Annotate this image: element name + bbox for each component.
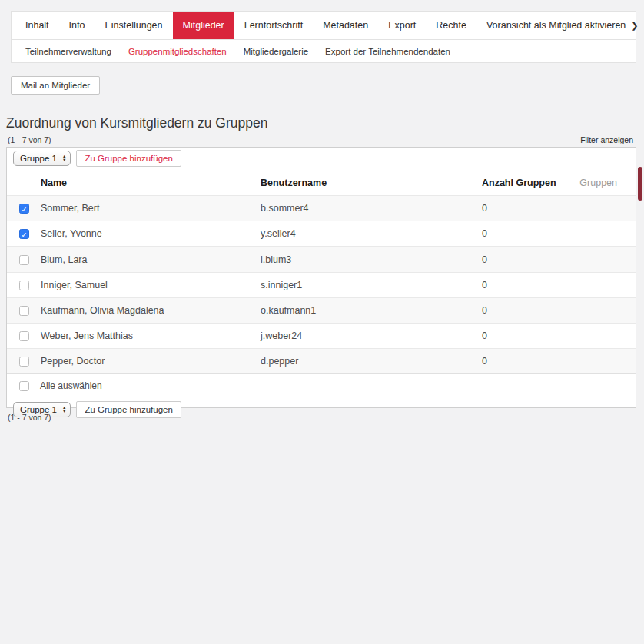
select-stepper-icon: ▲▼ [62, 154, 66, 162]
member-group-count: 0 [476, 297, 573, 323]
tab-mitglieder[interactable]: Mitglieder [173, 12, 234, 39]
scrollbar-thumb[interactable] [638, 167, 642, 201]
group-select[interactable]: Gruppe 1 ▲▼ [13, 151, 71, 166]
member-group-count: 0 [476, 324, 573, 349]
member-name: Blum, Lara [35, 247, 254, 272]
member-name: Pepper, Doctor [35, 349, 254, 374]
member-group-count: 0 [476, 272, 573, 297]
member-row: Pepper, Doctord.pepper0 [7, 349, 636, 374]
show-filter-link[interactable]: Filter anzeigen [580, 135, 633, 144]
subtab-gruppenmitgliedschaften[interactable]: Gruppenmitgliedschaften [120, 47, 235, 56]
secondary-tabbar: TeilnehmerverwaltungGruppenmitgliedschaf… [11, 40, 636, 63]
add-to-group-button-bottom[interactable]: Zu Gruppe hinzufügen [76, 401, 181, 418]
member-name: Inniger, Samuel [35, 272, 254, 297]
member-group-count: 0 [476, 196, 573, 221]
row-checkbox[interactable]: ✓ [19, 204, 29, 214]
chevron-right-icon: ❯ [631, 21, 638, 31]
select-all-checkbox[interactable] [19, 381, 29, 391]
row-checkbox[interactable] [19, 306, 29, 316]
result-range-bottom: (1 - 7 von 7) [8, 413, 51, 422]
member-username: b.sommer4 [254, 196, 476, 221]
add-to-group-button-top[interactable]: Zu Gruppe hinzufügen [76, 150, 181, 167]
subtab-teilnehmerverwaltung[interactable]: Teilnehmerverwaltung [12, 47, 120, 56]
member-username: d.pepper [254, 349, 476, 374]
tab-metadaten[interactable]: Metadaten [313, 12, 378, 39]
select-all-row: Alle auswählen [7, 373, 636, 397]
column-header-group-count[interactable]: Anzahl Gruppen [476, 170, 573, 196]
member-groups [573, 324, 636, 349]
member-username: s.inniger1 [254, 272, 476, 297]
bottom-controls: Gruppe 1 ▲▼ Zu Gruppe hinzufügen [7, 397, 636, 418]
member-username: l.blum3 [254, 247, 476, 272]
member-name: Sommer, Bert [35, 196, 254, 221]
member-row: Weber, Jens Matthiasj.weber240 [7, 324, 636, 349]
row-checkbox[interactable] [19, 331, 29, 341]
select-all-label: Alle auswählen [40, 380, 102, 391]
member-group-count: 0 [476, 349, 573, 374]
member-row: ✓Sommer, Bertb.sommer40 [7, 196, 636, 221]
column-header-groups: Gruppen [573, 170, 636, 196]
member-group-count: 0 [476, 247, 573, 272]
group-assignment-panel: Gruppe 1 ▲▼ Zu Gruppe hinzufügen Name Be… [6, 147, 636, 408]
page-title: Zuordnung von Kursmitgliedern zu Gruppen [6, 115, 267, 131]
tab-rechte[interactable]: Rechte [426, 12, 476, 39]
group-select-value: Gruppe 1 [20, 154, 57, 163]
member-name: Kaufmann, Olivia Magdalena [35, 297, 254, 323]
row-checkbox[interactable]: ✓ [19, 229, 29, 239]
table-header-row: Name Benutzername Anzahl Gruppen Gruppen [7, 170, 636, 196]
member-name: Seiler, Yvonne [35, 221, 254, 247]
member-groups [573, 221, 636, 247]
row-checkbox[interactable] [19, 255, 29, 265]
member-groups [573, 247, 636, 272]
result-range-top: (1 - 7 von 7) [8, 135, 51, 144]
subtab-export-der-teilnehmendendaten[interactable]: Export der Teilnehmendendaten [317, 47, 459, 56]
member-groups [573, 272, 636, 297]
member-groups [573, 297, 636, 323]
member-groups [573, 196, 636, 221]
member-username: j.weber24 [254, 324, 476, 349]
tab-einstellungen[interactable]: Einstellungen [95, 12, 172, 39]
member-group-count: 0 [476, 221, 573, 247]
member-row: Blum, Laral.blum30 [7, 247, 636, 272]
column-header-name[interactable]: Name [35, 170, 254, 196]
members-table: Name Benutzername Anzahl Gruppen Gruppen… [7, 170, 636, 373]
tab-inhalt[interactable]: Inhalt [12, 12, 59, 39]
member-name: Weber, Jens Matthias [35, 324, 254, 349]
member-username: o.kaufmann1 [254, 297, 476, 323]
subtab-mitgliedergalerie[interactable]: Mitgliedergalerie [235, 47, 317, 56]
top-controls: Gruppe 1 ▲▼ Zu Gruppe hinzufügen [7, 148, 636, 170]
header-checkbox-spacer [7, 170, 35, 196]
row-checkbox[interactable] [19, 281, 29, 290]
row-checkbox[interactable] [19, 357, 29, 367]
tab-voransicht-als-mitglied-aktivieren[interactable]: Voransicht als Mitglied aktivieren❯ [476, 12, 644, 39]
member-username: y.seiler4 [254, 221, 476, 247]
member-row: Inniger, Samuels.inniger10 [7, 272, 636, 297]
member-groups [573, 349, 636, 374]
tab-lernfortschritt[interactable]: Lernfortschritt [234, 12, 313, 39]
column-header-username[interactable]: Benutzername [254, 170, 476, 196]
member-row: ✓Seiler, Yvonney.seiler40 [7, 221, 636, 247]
mail-to-members-button[interactable]: Mail an Mitglieder [11, 76, 100, 95]
tab-export[interactable]: Export [378, 12, 426, 39]
tab-info[interactable]: Info [59, 12, 95, 39]
primary-tabbar: InhaltInfoEinstellungenMitgliederLernfor… [11, 11, 636, 40]
member-row: Kaufmann, Olivia Magdalenao.kaufmann10 [7, 297, 636, 323]
member-table-body: ✓Sommer, Bertb.sommer40✓Seiler, Yvonney.… [7, 196, 636, 374]
select-stepper-icon: ▲▼ [62, 406, 66, 413]
